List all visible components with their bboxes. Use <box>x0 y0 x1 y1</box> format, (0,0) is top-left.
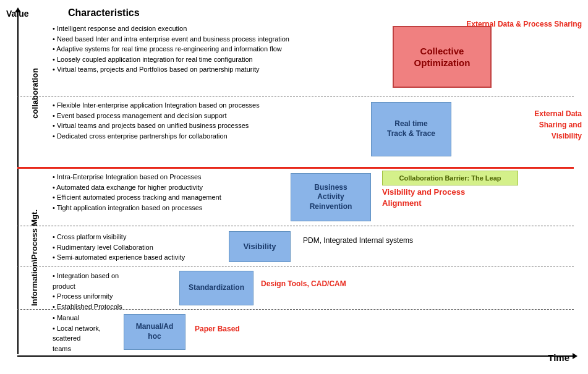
x-axis-label: Time <box>548 352 569 363</box>
paper-based-label: Paper Based <box>195 325 240 333</box>
bullet-item: Tight application integration based on p… <box>53 203 318 213</box>
y-axis-label: Value <box>6 9 29 19</box>
chart-container: Value Characteristics Time collaboration… <box>0 0 588 374</box>
characteristics-header: Characteristics <box>68 7 140 19</box>
bullet-item: Intra-Enterprise Integration based on Pr… <box>53 172 318 182</box>
bullet-item: Adaptive systems for real time process r… <box>53 44 374 54</box>
dash-divider-1 <box>17 226 574 226</box>
manual-adhoc-box: Manual/Adhoc <box>124 314 185 350</box>
bullet-item: Event based process management and decis… <box>53 111 362 121</box>
design-tools-label: Design Tools, CAD/CAM <box>261 279 346 288</box>
real-time-track-trace-box: Real timeTrack & Trace <box>371 102 451 156</box>
bullet-item: Cross platform visibility <box>53 232 226 242</box>
x-axis-arrow <box>17 355 574 357</box>
dash-divider-2 <box>17 266 574 266</box>
bullet-item: Virtual teams and projects based on unif… <box>53 121 362 131</box>
pdm-label: PDM, Integrated Internal systems <box>303 236 413 245</box>
red-divider <box>17 167 574 169</box>
visibility-bullets: Cross platform visibility Rudimentary le… <box>53 232 226 263</box>
info-process-label: Information\Process Mgt. <box>19 170 51 346</box>
dash-divider-collab <box>17 96 574 96</box>
bullet-item: Efficient automated process tracking and… <box>53 192 318 203</box>
external-data-process-label: External Data & Process Sharing <box>466 20 582 28</box>
collective-optimization-box: Collective Optimization <box>393 26 492 88</box>
bullet-item: Flexible Inter-enterprise application In… <box>53 100 362 111</box>
visibility-box: Visibility <box>229 231 291 262</box>
bullet-item: Virtual teams, projects and Portfolios b… <box>53 64 374 75</box>
collab-top-bullets: Intelligent response and decision execut… <box>53 23 374 75</box>
bullet-item: Need based Inter and intra enterprise ev… <box>53 34 374 45</box>
collaboration-label: collaboration <box>19 22 51 165</box>
bullet-item: Semi-automated experience based activity <box>53 252 226 263</box>
business-activity-reinvention-box: BusinessActivityReinvention <box>291 173 371 221</box>
bullet-item: Dedicated cross enterprise partnerships … <box>53 131 362 142</box>
bullet-item: Automated data exchange for higher produ… <box>53 182 318 193</box>
collab-bottom-bullets: Flexible Inter-enterprise application In… <box>53 100 362 141</box>
bar-bullets: Intra-Enterprise Integration based on Pr… <box>53 172 318 213</box>
external-data-sharing-label: External DataSharing andVisibility <box>534 108 582 142</box>
standardization-box: Standardization <box>179 271 254 305</box>
bullet-item: Intelligent response and decision execut… <box>53 23 374 34</box>
bullet-item: Loosely coupled application integration … <box>53 54 374 65</box>
bullet-item: Rudimentary level Collaboration <box>53 242 226 253</box>
collaboration-barrier-box: Collaboration Barrier: The Leap <box>382 171 518 185</box>
visibility-process-label: Visibility and ProcessAlignment <box>382 187 518 209</box>
